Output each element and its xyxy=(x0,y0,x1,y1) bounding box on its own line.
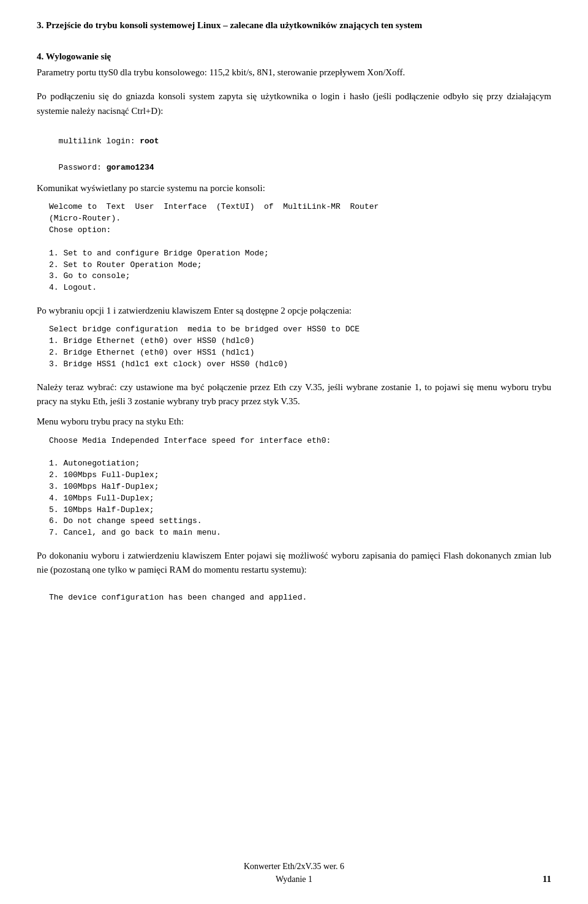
password-value: goramo1234 xyxy=(107,163,154,172)
section-4-heading: 4. Wylogowanie się xyxy=(37,50,551,64)
page-number: 11 xyxy=(543,872,551,886)
footer: Konwerter Eth/2xV.35 wer. 6 Wydanie 1 xyxy=(0,860,588,886)
login-label: multilink login: xyxy=(59,137,140,146)
flash-body: Po dokonaniu wyboru i zatwierdzeniu klaw… xyxy=(37,549,551,578)
komunikat-heading: Komunikat wyświetlany po starcie systemu… xyxy=(37,181,551,195)
opcje1-code: Select bridge configuration media to be … xyxy=(49,324,551,370)
login-code-block: multilink login: root xyxy=(49,124,551,148)
login-body: Po podłączeniu się do gniazda konsoli sy… xyxy=(37,89,551,118)
login-value: root xyxy=(140,137,159,146)
section-4-intro: Parametry portu ttyS0 dla trybu konsolow… xyxy=(37,66,551,80)
nalezy-body1: Należy teraz wybrać: czy ustawione ma by… xyxy=(37,380,551,409)
nalezy-body2: Menu wyboru trybu pracy na styku Eth: xyxy=(37,415,551,429)
section-3-heading: 3. Przejście do trybu konsoli systemowej… xyxy=(37,18,551,32)
opcje1-body: Po wybraniu opcji 1 i zatwierdzeniu klaw… xyxy=(37,304,551,318)
eth-menu-code: Choose Media Independed Interface speed … xyxy=(49,435,551,540)
footer-title: Konwerter Eth/2xV.35 wer. 6 xyxy=(0,860,588,873)
password-code-block: Password: goramo1234 xyxy=(49,151,551,174)
footer-subtitle: Wydanie 1 xyxy=(0,873,588,886)
flash-code: The device configuration has been change… xyxy=(49,592,551,604)
komunikat-code: Welcome to Text User Interface (TextUI) … xyxy=(49,202,551,294)
password-label: Password: xyxy=(59,163,107,172)
